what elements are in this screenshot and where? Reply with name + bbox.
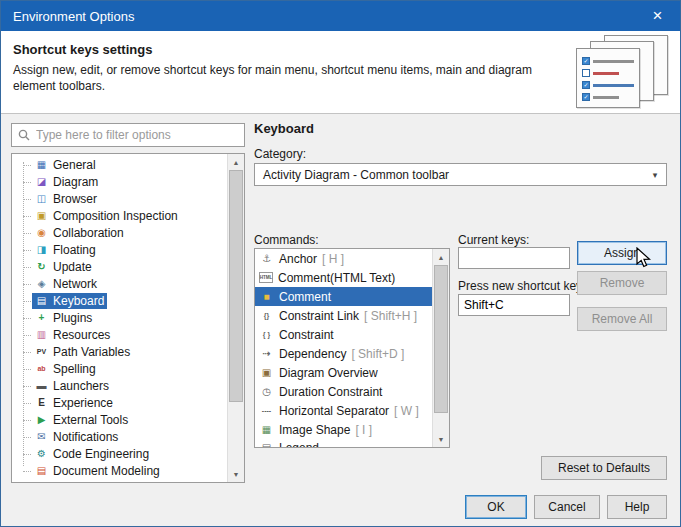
launchers-icon: ▬	[34, 379, 49, 393]
image-shape-icon: ▦	[259, 423, 274, 437]
keyboard-icon: ▤	[34, 294, 49, 308]
tree-item-label: Keyboard	[53, 294, 104, 308]
network-icon: ◈	[34, 277, 49, 291]
new-shortcut-input[interactable]	[458, 294, 570, 316]
reset-to-defaults-button[interactable]: Reset to Defaults	[541, 456, 667, 480]
command-item[interactable]: ▣ Diagram Overview	[255, 363, 432, 382]
chevron-down-icon[interactable]: ▾	[645, 165, 665, 184]
tree-item-label: Plugins	[53, 311, 92, 325]
tree-item[interactable]: ▬ Launchers	[12, 377, 227, 394]
tree-item[interactable]: ⚙ Code Engineering	[12, 445, 227, 462]
diagram-icon: ◪	[34, 175, 49, 189]
titlebar[interactable]: Environment Options ×	[1, 1, 680, 31]
tree-item[interactable]: ▣ Composition Inspection	[12, 207, 227, 224]
tree-item[interactable]: E Experience	[12, 394, 227, 411]
tree-item-label: Resources	[53, 328, 110, 342]
tree-item[interactable]: PV Path Variables	[12, 343, 227, 360]
browser-icon: ◫	[34, 192, 49, 206]
cancel-button[interactable]: Cancel	[534, 495, 600, 519]
scroll-down-icon[interactable]: ▼	[228, 466, 244, 482]
filter-input[interactable]	[36, 128, 238, 142]
scroll-down-icon[interactable]: ▼	[433, 431, 449, 447]
tree-item-label: Path Variables	[53, 345, 130, 359]
tree-item[interactable]: ◪ Diagram	[12, 173, 227, 190]
tree-item[interactable]: ▦ General	[12, 156, 227, 173]
tree-item[interactable]: ◨ Floating	[12, 241, 227, 258]
text-line-bar	[593, 60, 634, 63]
tree-item-label: Launchers	[53, 379, 109, 393]
tree-item[interactable]: ▤ Keyboard	[12, 292, 227, 309]
tree-item-label: Floating	[53, 243, 96, 257]
environment-options-dialog: Environment Options × Shortcut keys sett…	[0, 0, 681, 527]
tree-item-label: Collaboration	[53, 226, 124, 240]
scroll-up-icon[interactable]: ▲	[433, 249, 449, 265]
tree-item-label: Spelling	[53, 362, 96, 376]
document-sheet-front: ✓ ✓ ✓	[576, 48, 640, 108]
tree-scrollbar[interactable]: ▲ ▼	[227, 154, 244, 482]
duration-constraint-icon: ◷	[259, 385, 274, 399]
tree-item-label: Network	[53, 277, 97, 291]
diagram-overview-icon: ▣	[259, 366, 274, 380]
checkbox-checked-icon: ✓	[582, 93, 590, 101]
command-item[interactable]: { } Constraint	[255, 325, 432, 344]
document-modeling-icon: ▤	[34, 464, 49, 478]
commands-scrollbar[interactable]: ▲ ▼	[432, 249, 449, 447]
plugins-icon: +	[34, 311, 49, 325]
text-line-bar	[593, 72, 619, 75]
current-keys-input[interactable]	[458, 247, 570, 269]
tree-item[interactable]: ▶ External Tools	[12, 411, 227, 428]
checkbox-checked-icon: ✓	[582, 81, 590, 89]
tree-item[interactable]: ↻ Update	[12, 258, 227, 275]
tree-item[interactable]: ab Spelling	[12, 360, 227, 377]
tree-item[interactable]: ✉ Notifications	[12, 428, 227, 445]
command-item[interactable]: ▤ Legend	[255, 439, 432, 447]
command-shortcut: [ H ]	[322, 252, 344, 266]
scrollbar-thumb[interactable]	[434, 265, 448, 413]
command-item[interactable]: ▦ Image Shape [ I ]	[255, 420, 432, 439]
scroll-up-icon[interactable]: ▲	[228, 154, 244, 170]
tree-item[interactable]: ▥ Resources	[12, 326, 227, 343]
command-item[interactable]: ◷ Duration Constraint	[255, 382, 432, 401]
command-shortcut: [ Shift+H ]	[364, 309, 417, 323]
tree-item[interactable]: ◉ Collaboration	[12, 224, 227, 241]
checkbox-checked-icon: ✓	[582, 57, 590, 65]
assign-button[interactable]: Assign	[577, 241, 667, 265]
tree-item[interactable]: + Plugins	[12, 309, 227, 326]
command-item[interactable]: {} Constraint Link [ Shift+H ]	[255, 306, 432, 325]
commands-label: Commands:	[254, 233, 319, 247]
section-title: Keyboard	[254, 121, 314, 136]
command-item[interactable]: ---- Horizontal Separator [ W ]	[255, 401, 432, 420]
category-select[interactable]: Activity Diagram - Common toolbar ▾	[254, 163, 667, 186]
command-item[interactable]: ⇢ Dependency [ Shift+D ]	[255, 344, 432, 363]
tree-item-label: Update	[53, 260, 92, 274]
tree-list: ▦ General ◪ Diagram ◫ Browser ▣	[12, 156, 227, 482]
tree-item[interactable]: ◫ Browser	[12, 190, 227, 207]
comment-html-icon: HTML	[259, 272, 273, 283]
resources-icon: ▥	[34, 328, 49, 342]
options-tree: ▦ General ◪ Diagram ◫ Browser ▣	[11, 153, 245, 483]
constraint-icon: { }	[259, 328, 274, 342]
ok-button[interactable]: OK	[465, 495, 527, 519]
path-variables-icon: PV	[34, 345, 49, 359]
tree-item[interactable]: ◈ Network	[12, 275, 227, 292]
tree-item-label: General	[53, 158, 96, 172]
command-item[interactable]: HTML Comment(HTML Text)	[255, 268, 432, 287]
checklist-row: ✓	[582, 93, 634, 101]
general-icon: ▦	[34, 158, 49, 172]
command-item[interactable]: ■ Comment	[255, 287, 432, 306]
command-item[interactable]: ⚓ Anchor [ H ]	[255, 249, 432, 268]
filter-box	[11, 123, 245, 147]
close-icon[interactable]: ×	[635, 1, 680, 31]
remove-button: Remove	[577, 271, 667, 295]
tree-item-label: Browser	[53, 192, 97, 206]
help-button[interactable]: Help	[607, 495, 667, 519]
command-shortcut: [ W ]	[394, 404, 419, 418]
notifications-icon: ✉	[34, 430, 49, 444]
scrollbar-thumb[interactable]	[229, 170, 243, 402]
tree-item[interactable]: ▤ Document Modeling	[12, 462, 227, 479]
spelling-icon: ab	[34, 362, 49, 376]
new-shortcut-label: Press new shortcut key:	[458, 279, 585, 293]
command-shortcut: [ I ]	[355, 423, 372, 437]
documents-checklist-graphic: ✓ ✓ ✓	[562, 35, 668, 109]
tree-item-label: Composition Inspection	[53, 209, 178, 223]
